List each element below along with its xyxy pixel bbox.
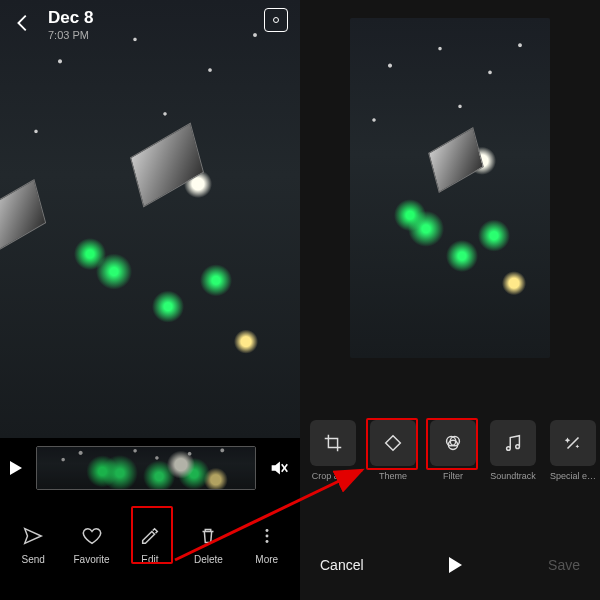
tool-soundtrack[interactable]: Soundtrack <box>486 420 540 481</box>
filter-icon <box>430 420 476 466</box>
cancel-button[interactable]: Cancel <box>320 557 364 573</box>
viewer-bottom-actions: Send Favorite Edit Delete <box>0 504 300 584</box>
back-arrow-icon[interactable] <box>12 12 34 34</box>
edit-button[interactable]: Edit <box>122 523 178 565</box>
photo-preview[interactable] <box>0 0 300 438</box>
photo-time: 7:03 PM <box>48 29 93 41</box>
more-button[interactable]: More <box>239 523 295 565</box>
video-timeline <box>0 438 300 498</box>
gallery-viewer-panel: Dec 8 7:03 PM Send <box>0 0 300 600</box>
editor-tool-row: Crop & r… Theme Filter Soundtrack <box>300 420 600 481</box>
tool-theme[interactable]: Theme <box>366 420 420 481</box>
tool-crop[interactable]: Crop & r… <box>306 420 360 481</box>
heart-icon <box>79 523 105 549</box>
svg-point-2 <box>265 529 268 532</box>
send-button[interactable]: Send <box>5 523 61 565</box>
film-strip[interactable] <box>36 446 256 490</box>
delete-button[interactable]: Delete <box>180 523 236 565</box>
save-button[interactable]: Save <box>548 557 580 573</box>
photo-date: Dec 8 <box>48 8 93 28</box>
editor-preview[interactable] <box>350 18 550 358</box>
editor-play-icon[interactable] <box>449 557 462 573</box>
edit-icon <box>137 523 163 549</box>
trash-icon <box>195 523 221 549</box>
focus-icon[interactable] <box>264 8 288 32</box>
send-icon <box>20 523 46 549</box>
tool-filter[interactable]: Filter <box>426 420 480 481</box>
tool-special[interactable]: Special e… <box>546 420 600 481</box>
viewer-header: Dec 8 7:03 PM <box>0 0 300 49</box>
music-icon <box>490 420 536 466</box>
play-icon[interactable] <box>10 461 22 475</box>
editor-footer: Cancel Save <box>300 530 600 600</box>
magic-icon <box>550 420 596 466</box>
mute-icon[interactable] <box>268 457 290 479</box>
svg-point-4 <box>265 540 268 543</box>
editor-panel: Crop & r… Theme Filter Soundtrack <box>300 0 600 600</box>
theme-icon <box>370 420 416 466</box>
more-icon <box>254 523 280 549</box>
crop-icon <box>310 420 356 466</box>
svg-point-3 <box>265 535 268 538</box>
favorite-button[interactable]: Favorite <box>64 523 120 565</box>
